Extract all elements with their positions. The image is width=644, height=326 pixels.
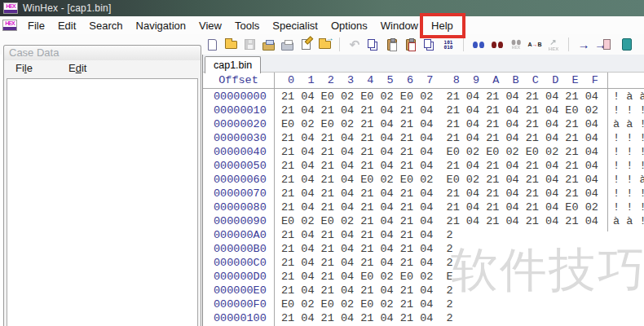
offset-cell: 00000060	[214, 173, 267, 187]
replace-hex-icon: ↗HEX	[545, 37, 562, 53]
hex-row-00000060: 0000006021 04 21 04 E0 02 E0 02 E0 02 21…	[203, 173, 644, 187]
properties-icon[interactable]	[298, 37, 314, 53]
hex-cells[interactable]: 21 04 21 04 21 04 21 04 21 04 21 04 21 0…	[281, 200, 598, 214]
offset-cell: 000000F0	[214, 297, 267, 311]
tab-strip: cap1.bin	[203, 55, 644, 73]
offset-cell: 00000010	[214, 104, 267, 117]
menu-options[interactable]: Options	[324, 18, 374, 33]
hex-cells[interactable]: 21 04 21 04 21 04 21 04 E0 02 E0 02 E0 0…	[281, 145, 598, 159]
menu-file[interactable]: File	[21, 18, 51, 33]
menu-tools[interactable]: Tools	[228, 18, 266, 33]
offset-cell: 00000020	[214, 117, 267, 131]
ascii-cells[interactable]: ! ! à	[613, 173, 644, 187]
hex-row-000000D0: 000000D021 04 21 04 E0 02 E0 02 E	[203, 270, 644, 284]
toolbar-separator	[463, 37, 464, 51]
hex-row-00000070: 0000007021 04 21 04 21 04 21 04 21 04 21…	[203, 187, 644, 200]
hex-rows: 0000000021 04 E0 02 E0 02 E0 02 21 04 21…	[203, 90, 644, 325]
hex-row-00000020: 00000020E0 02 E0 02 21 04 21 04 21 04 21…	[203, 117, 644, 131]
menu-navigation[interactable]: Navigation	[130, 18, 192, 33]
ascii-cells[interactable]: à à !	[613, 214, 644, 228]
copy-block-icon[interactable]	[421, 37, 438, 53]
save-as-icon[interactable]: →	[316, 37, 333, 53]
winhex-menu-icon[interactable]: HEX	[2, 20, 17, 31]
hex-cells[interactable]: 21 04 21 04 21 04 21 04 21 04 21 04 21 0…	[281, 159, 598, 173]
hex-cells[interactable]: 21 04 21 04 21 04 21 04 2	[281, 228, 453, 242]
hex-row-00000040: 0000004021 04 21 04 21 04 21 04 E0 02 E0…	[203, 145, 644, 159]
ascii-cells[interactable]: ! ! !	[613, 131, 644, 145]
new-file-icon[interactable]	[204, 37, 220, 53]
print-icon[interactable]	[279, 37, 295, 53]
goto-page-icon[interactable]: →	[594, 37, 611, 53]
hex-row-000000B0: 000000B021 04 21 04 21 04 21 04 2	[203, 242, 644, 256]
save-icon	[241, 37, 258, 53]
case-data-menu: FileEdit	[4, 60, 201, 77]
replace-text-icon[interactable]: A→B	[527, 37, 543, 53]
hex-cells[interactable]: 21 04 21 04 21 04 21 04 2	[281, 311, 453, 325]
offset-cell: 00000080	[214, 200, 267, 214]
hex-cells[interactable]: E0 02 E0 02 E0 02 21 04 2	[281, 297, 453, 311]
offset-cell: 00000040	[214, 145, 267, 159]
ascii-cells[interactable]: ! ! !	[613, 200, 644, 214]
hex-cells[interactable]: 21 04 21 04 21 04 21 04 21 04 21 04 21 0…	[281, 187, 598, 200]
offset-cell: 000000C0	[214, 256, 267, 270]
offset-cell: 00000070	[214, 187, 267, 200]
menu-specialist[interactable]: Specialist	[266, 18, 324, 33]
offset-cell: 000000B0	[214, 242, 267, 256]
open-file-icon[interactable]	[223, 37, 239, 53]
hex-view[interactable]: Offset 0 1 2 3 4 5 6 7 8 9 A B C D E F 0…	[203, 73, 644, 326]
hex-row-000000E0: 000000E021 04 21 04 21 04 21 04 2	[203, 284, 644, 297]
menu-search[interactable]: Search	[82, 18, 129, 33]
menu-bar: HEX FileEditSearchNavigationViewToolsSpe…	[0, 16, 644, 34]
case-data-title: Case Data	[4, 46, 201, 60]
winhex-app-icon: HEX	[3, 2, 18, 14]
undo-icon: ↶	[346, 37, 363, 53]
ascii-cells[interactable]: ! à à	[613, 90, 644, 104]
offset-cell: 00000000	[214, 90, 267, 104]
hex-editor: cap1.bin Offset 0 1 2 3 4 5 6 7 8 9 A B …	[202, 55, 644, 326]
menu-view[interactable]: View	[192, 18, 228, 33]
menu-window[interactable]: Window	[374, 18, 425, 33]
disk-image-icon[interactable]	[260, 37, 276, 53]
hex-cells[interactable]: 21 04 21 04 21 04 21 04 2	[281, 256, 453, 270]
paste-icon[interactable]	[384, 37, 400, 53]
ascii-cells[interactable]: à à !	[613, 117, 644, 131]
title-bar: HEX WinHex - [cap1.bin]	[0, 0, 644, 16]
menu-help[interactable]: Help	[425, 18, 460, 33]
hex-row-00000100: 0000010021 04 21 04 21 04 21 04 2	[203, 311, 644, 325]
case-menu-edit[interactable]: Edit	[68, 62, 86, 74]
offset-column-label: Offset	[203, 74, 274, 86]
case-data-panel: Case Data FileEdit	[3, 45, 201, 326]
hex-cells[interactable]: 21 04 21 04 21 04 21 04 21 04 21 04 21 0…	[281, 131, 598, 145]
find-text-icon[interactable]	[470, 37, 487, 53]
hex-cells[interactable]: 21 04 E0 02 E0 02 E0 02 21 04 21 04 21 0…	[281, 90, 598, 104]
find-hex-icon[interactable]	[489, 37, 505, 53]
hex-row-000000C0: 000000C021 04 21 04 21 04 21 04 2	[203, 256, 644, 270]
offset-cell: 00000050	[214, 159, 267, 173]
copy-icon[interactable]	[365, 37, 382, 53]
hex-cells[interactable]: 21 04 21 04 21 04 21 04 2	[281, 284, 453, 297]
hex-row-000000A0: 000000A021 04 21 04 21 04 21 04 2	[203, 228, 644, 242]
tab-cap1-bin[interactable]: cap1.bin	[205, 56, 261, 73]
hex-cells[interactable]: E0 02 E0 02 21 04 21 04 21 04 21 04 21 0…	[281, 117, 598, 131]
paste-write-icon[interactable]	[403, 37, 419, 53]
hex-row-00000000: 0000000021 04 E0 02 E0 02 E0 02 21 04 21…	[203, 90, 644, 104]
hex-cells[interactable]: 21 04 21 04 21 04 21 04 21 04 21 04 21 0…	[281, 104, 598, 117]
ascii-cells[interactable]: ! ! !	[613, 145, 644, 159]
case-data-list[interactable]	[7, 78, 198, 326]
goto-offset-icon[interactable]: →	[576, 37, 592, 53]
case-menu-file[interactable]: File	[15, 62, 33, 74]
toolbar-separator	[339, 37, 340, 51]
hex-cells[interactable]: 21 04 21 04 E0 02 E0 02 E0 02 21 04 21 0…	[281, 173, 598, 187]
hex-cells[interactable]: 21 04 21 04 21 04 21 04 2	[281, 242, 453, 256]
ascii-cells[interactable]: ! ! !	[613, 187, 644, 200]
offset-cell: 000000D0	[214, 270, 267, 284]
edge-cut-icon[interactable]	[613, 37, 629, 53]
hex-cells[interactable]: E0 02 E0 02 21 04 21 04 21 04 21 04 21 0…	[281, 214, 598, 228]
hex-cells[interactable]: 21 04 21 04 E0 02 E0 02 E	[281, 270, 453, 284]
hex-header: Offset 0 1 2 3 4 5 6 7 8 9 A B C D E F	[203, 73, 644, 89]
offset-cell: 000000E0	[214, 284, 267, 297]
menu-edit[interactable]: Edit	[51, 18, 82, 33]
ascii-cells[interactable]: ! ! !	[613, 104, 644, 117]
binary-convert-icon[interactable]: 101010	[440, 37, 457, 53]
ascii-cells[interactable]: ! ! !	[613, 159, 644, 173]
